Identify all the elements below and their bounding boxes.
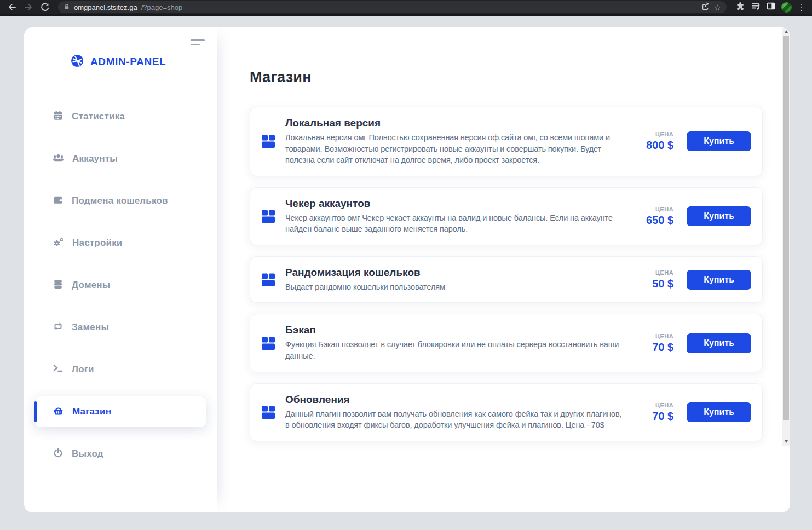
product-description: Чекер аккаунтов омг Чекер чекает аккаунт… (285, 212, 622, 235)
sidebar-item-logout[interactable]: Выход (24, 439, 217, 469)
sidebar-item-replacements[interactable]: Замены (24, 312, 217, 343)
sidebar-item-logs[interactable]: Логи (24, 354, 217, 385)
product-name: Обновления (285, 394, 630, 406)
product-info: Локальная версия Локальная версия омг По… (285, 117, 638, 166)
users-icon (53, 152, 64, 166)
product-name: Чекер аккаунтов (285, 198, 630, 210)
admin-panel-app: ADMIN-PANEL Статистика Аккаунты (24, 27, 790, 512)
product-description: Функция Бэкап позволяет в случает блокир… (285, 339, 622, 361)
share-icon[interactable] (700, 1, 710, 13)
sidebar: ADMIN-PANEL Статистика Аккаунты (24, 27, 217, 512)
price-value: 70 $ (638, 341, 673, 354)
wallet-icon (53, 194, 64, 208)
box-icon (260, 133, 277, 149)
buy-button[interactable]: Купить (687, 333, 751, 353)
buy-button[interactable]: Купить (687, 402, 751, 422)
buy-button[interactable]: Купить (687, 206, 751, 226)
sidebar-item-accounts[interactable]: Аккаунты (24, 143, 217, 174)
reload-icon[interactable] (38, 1, 51, 14)
page-background: ADMIN-PANEL Статистика Аккаунты (0, 16, 812, 528)
product-card: Чекер аккаунтов Чекер аккаунтов омг Чеке… (250, 187, 763, 245)
box-icon (260, 208, 277, 224)
price-value: 800 $ (638, 139, 673, 152)
brand-logo-icon (70, 54, 84, 70)
sidebar-item-label: Настройки (72, 238, 123, 249)
url-bar[interactable]: omgpanel.stsitez.ga/?page=shop ☆ (58, 1, 727, 13)
url-host: omgpanel.stsitez.ga (74, 3, 137, 11)
shopping-basket-icon (53, 405, 64, 419)
sidebar-item-statistics[interactable]: Статистика (24, 101, 217, 132)
price-label: ЦЕНА (638, 131, 673, 137)
sidebar-item-label: Домены (72, 280, 111, 291)
product-name: Бэкап (285, 324, 630, 336)
terminal-icon (53, 363, 64, 377)
sidebar-collapse-icon[interactable] (191, 39, 205, 45)
gears-icon (53, 237, 64, 250)
buy-button[interactable]: Купить (687, 270, 751, 290)
brand: ADMIN-PANEL (70, 54, 217, 70)
chrome-toolbar: ⋮ (735, 1, 807, 13)
forward-arrow-icon[interactable] (22, 1, 35, 14)
url-path: /?page=shop (141, 3, 183, 11)
price-value: 650 $ (638, 214, 673, 227)
product-info: Бэкап Функция Бэкап позволяет в случает … (285, 324, 638, 361)
sidebar-item-label: Выход (72, 448, 103, 459)
calendar-icon (53, 110, 64, 124)
bookmark-star-icon[interactable]: ☆ (714, 3, 721, 11)
price-label: ЦЕНА (638, 206, 673, 212)
product-price-block: ЦЕНА 70 $ (638, 333, 673, 354)
media-playlist-icon[interactable] (751, 1, 761, 13)
lock-icon (64, 2, 70, 12)
sidebar-item-domains[interactable]: Домены (24, 270, 217, 301)
product-description: Данный плагин позволит вам получать обно… (285, 408, 622, 431)
kebab-menu-icon[interactable]: ⋮ (797, 3, 805, 11)
product-price-block: ЦЕНА 50 $ (638, 269, 673, 290)
product-info: Рандомизация кошельков Выдает рандомно к… (285, 267, 638, 293)
product-description: Локальная версия омг Полностью сохраненн… (285, 132, 622, 166)
sidebar-item-label: Аккаунты (72, 153, 118, 164)
box-icon (260, 404, 277, 420)
sidebar-item-label: Статистика (72, 111, 125, 122)
product-card: Обновления Данный плагин позволит вам по… (250, 383, 763, 441)
scrollbar-thumb[interactable] (783, 36, 789, 420)
sidebar-item-label: Замены (72, 322, 109, 333)
profile-avatar[interactable] (781, 2, 792, 13)
sidebar-item-label: Логи (72, 364, 94, 375)
page-title: Магазин (250, 69, 763, 86)
swap-arrows-icon (53, 321, 64, 335)
product-description: Выдает рандомно кошельки пользователям (285, 281, 622, 293)
database-icon (53, 279, 64, 292)
buy-button[interactable]: Купить (687, 131, 751, 151)
product-card: Локальная версия Локальная версия омг По… (250, 107, 763, 176)
product-price-block: ЦЕНА 650 $ (638, 206, 673, 227)
side-panel-icon[interactable] (766, 1, 776, 13)
back-arrow-icon[interactable] (5, 1, 19, 14)
product-card: Рандомизация кошельков Выдает рандомно к… (250, 256, 763, 303)
price-label: ЦЕНА (638, 333, 673, 339)
vertical-scrollbar[interactable] (782, 27, 790, 446)
product-price-block: ЦЕНА 70 $ (638, 402, 673, 423)
product-info: Обновления Данный плагин позволит вам по… (285, 394, 638, 431)
box-icon (260, 272, 277, 288)
product-card: Бэкап Функция Бэкап позволяет в случает … (250, 314, 763, 372)
sidebar-item-settings[interactable]: Настройки (24, 228, 217, 258)
sidebar-item-shop[interactable]: Магазин (35, 396, 206, 427)
power-icon (53, 447, 64, 461)
price-value: 70 $ (638, 410, 673, 423)
sidebar-item-label: Магазин (72, 406, 111, 417)
browser-chrome: omgpanel.stsitez.ga/?page=shop ☆ ⋮ (0, 0, 812, 16)
scroll-up-arrow-icon[interactable] (782, 27, 790, 36)
brand-name: ADMIN-PANEL (90, 56, 166, 68)
price-value: 50 $ (638, 278, 673, 290)
product-name: Рандомизация кошельков (285, 267, 630, 279)
product-info: Чекер аккаунтов Чекер аккаунтов омг Чеке… (285, 198, 638, 235)
sidebar-item-label: Подмена кошельков (72, 195, 168, 206)
shop-content: Магазин Локальная версия Локальная верси… (217, 27, 790, 512)
sidebar-nav: Статистика Аккаунты Подмена кошельков (24, 101, 217, 469)
product-price-block: ЦЕНА 800 $ (638, 131, 673, 152)
sidebar-item-wallet-substitution[interactable]: Подмена кошельков (24, 186, 217, 216)
price-label: ЦЕНА (638, 269, 673, 276)
scroll-down-arrow-icon[interactable] (782, 437, 790, 446)
extensions-puzzle-icon[interactable] (735, 1, 745, 13)
price-label: ЦЕНА (638, 402, 673, 408)
